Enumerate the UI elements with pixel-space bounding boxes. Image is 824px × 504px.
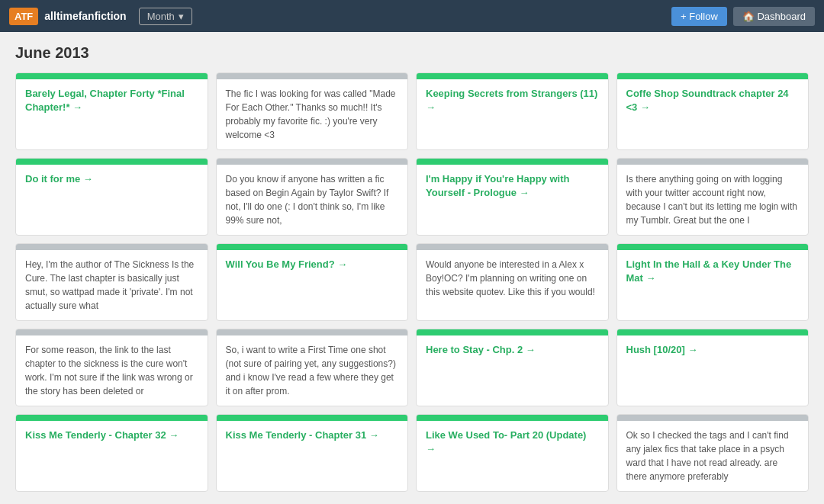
card-item[interactable]: Keeping Secrets from Strangers (11) → [416, 72, 609, 150]
card-item: So, i want to write a First Time one sho… [216, 329, 409, 406]
card-grid: Barely Legal, Chapter Forty *Final Chapt… [15, 72, 809, 492]
card-link[interactable]: Do it for me → [25, 172, 198, 186]
card-text: Do you know if anyone has written a fic … [226, 172, 399, 227]
card-item[interactable]: Like We Used To- Part 20 (Update) → [416, 414, 609, 492]
card-text: Would anyone be interested in a Alex x B… [426, 258, 599, 299]
dashboard-button[interactable]: 🏠 Dashboard [733, 7, 815, 26]
card-top-bar [417, 159, 608, 165]
card-item[interactable]: Here to Stay - Chp. 2 → [416, 329, 609, 406]
card-item: Hey, I'm the author of The Sickness Is t… [15, 243, 208, 321]
card-top-bar [16, 329, 208, 335]
card-item: Would anyone be interested in a Alex x B… [416, 243, 609, 321]
card-top-bar [617, 329, 809, 335]
card-item: Do you know if anyone has written a fic … [216, 158, 409, 236]
card-item: Ok so I checked the tags and I can't fin… [616, 414, 810, 492]
card-text: Ok so I checked the tags and I can't fin… [626, 429, 800, 483]
card-link[interactable]: Kiss Me Tenderly - Chapter 32 → [25, 429, 198, 442]
chevron-down-icon: ▾ [179, 11, 184, 22]
card-top-bar [217, 244, 408, 250]
card-text: So, i want to write a First Time one sho… [226, 343, 399, 398]
card-top-bar [16, 73, 208, 79]
card-top-bar [217, 159, 408, 165]
card-item[interactable]: Kiss Me Tenderly - Chapter 31 → [216, 414, 409, 492]
card-top-bar [417, 73, 608, 79]
card-item[interactable]: I'm Happy if You're Happy with Yourself … [416, 158, 609, 236]
card-link[interactable]: Keeping Secrets from Strangers (11) → [426, 87, 599, 114]
card-top-bar [217, 415, 408, 421]
card-top-bar [16, 415, 208, 421]
card-item[interactable]: Will You Be My Friend? → [216, 243, 409, 321]
card-top-bar [617, 415, 809, 421]
month-button[interactable]: Month ▾ [139, 8, 192, 25]
card-item: The fic I was looking for was called "Ma… [216, 72, 409, 150]
card-text: For some reason, the link to the last ch… [25, 343, 198, 398]
header-actions: + Follow 🏠 Dashboard [671, 7, 815, 26]
card-text: The fic I was looking for was called "Ma… [226, 87, 399, 142]
page-title: June 2013 [15, 44, 809, 62]
main-content: June 2013 Barely Legal, Chapter Forty *F… [0, 32, 824, 504]
card-text: Is there anything going on with logging … [626, 172, 800, 227]
card-text: Hey, I'm the author of The Sickness Is t… [25, 258, 198, 313]
card-top-bar [217, 329, 408, 335]
card-item: For some reason, the link to the last ch… [15, 329, 208, 406]
card-link[interactable]: Kiss Me Tenderly - Chapter 31 → [226, 429, 399, 442]
card-top-bar [16, 159, 208, 165]
header: ATF alltimefanfiction Month ▾ + Follow 🏠… [0, 0, 824, 32]
card-link[interactable]: Hush [10/20] → [626, 343, 800, 357]
card-link[interactable]: Here to Stay - Chp. 2 → [426, 343, 599, 357]
card-link[interactable]: Like We Used To- Part 20 (Update) → [426, 429, 599, 456]
card-link[interactable]: Barely Legal, Chapter Forty *Final Chapt… [25, 87, 198, 114]
follow-button[interactable]: + Follow [671, 7, 727, 26]
card-top-bar [417, 329, 608, 335]
card-item[interactable]: Coffe Shop Soundtrack chapter 24 <3 → [616, 72, 810, 150]
card-top-bar [16, 244, 208, 250]
card-item[interactable]: Kiss Me Tenderly - Chapter 32 → [15, 414, 208, 492]
card-top-bar [617, 73, 809, 79]
card-item: Is there anything going on with logging … [616, 158, 810, 236]
card-link[interactable]: Coffe Shop Soundtrack chapter 24 <3 → [626, 87, 800, 114]
month-label: Month [147, 11, 175, 22]
card-top-bar [217, 73, 408, 79]
site-name: alltimefanfiction [44, 10, 126, 22]
card-top-bar [617, 244, 809, 250]
card-link[interactable]: Light In the Hall & a Key Under The Mat … [626, 258, 800, 285]
card-item[interactable]: Hush [10/20] → [616, 329, 810, 406]
card-top-bar [617, 159, 809, 165]
card-link[interactable]: I'm Happy if You're Happy with Yourself … [426, 172, 599, 200]
logo: ATF [9, 8, 38, 25]
card-top-bar [417, 244, 608, 250]
card-top-bar [417, 415, 608, 421]
card-item[interactable]: Barely Legal, Chapter Forty *Final Chapt… [15, 72, 208, 150]
card-item[interactable]: Do it for me → [15, 158, 208, 236]
card-link[interactable]: Will You Be My Friend? → [226, 258, 399, 271]
card-item[interactable]: Light In the Hall & a Key Under The Mat … [616, 243, 810, 321]
